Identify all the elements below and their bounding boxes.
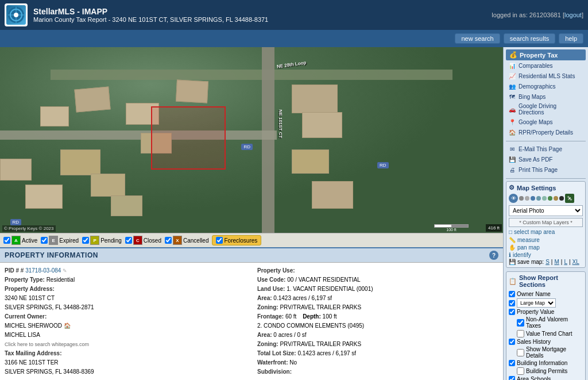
- identify-link[interactable]: ℹ identify: [509, 251, 583, 259]
- rpr-property-icon: 🏠: [508, 128, 516, 136]
- waterfront-label: Waterfront:: [257, 359, 288, 366]
- scale-marker-3: RD: [377, 162, 389, 168]
- new-search-button[interactable]: new search: [455, 33, 500, 44]
- land-use-row: Land Use: 1. VACANT RESIDENTIAL (0001): [257, 285, 498, 294]
- non-ad-valorem-checkbox[interactable]: [517, 319, 524, 327]
- sidebar-item-residential-mls[interactable]: 📈 Residential MLS Stats: [506, 71, 586, 81]
- building-7: [25, 185, 63, 209]
- map-dot-6[interactable]: [548, 196, 552, 201]
- sales-history-checkbox[interactable]: [509, 339, 515, 345]
- status-cancelled[interactable]: X Cancelled: [165, 236, 208, 245]
- active-checkbox[interactable]: [3, 237, 10, 244]
- map-type-eye-icon[interactable]: 👁: [509, 194, 518, 203]
- sidebar-item-google-driving[interactable]: 🚗 Google Driving Directions: [506, 102, 586, 117]
- area-schools-report-label: Area Schools: [517, 376, 551, 380]
- road-horizontal-1: [51, 70, 453, 80]
- map-dot-4[interactable]: [536, 196, 541, 201]
- map-dot-8[interactable]: [559, 196, 564, 201]
- waterfront-row: Waterfront: No: [257, 358, 498, 367]
- area-schools-checkbox[interactable]: [509, 376, 515, 380]
- sidebar-item-email-page[interactable]: ✉ E-Mail This Page: [506, 144, 586, 154]
- measure-link[interactable]: 📏 measure: [509, 236, 583, 244]
- map-toolbar: A Active E Expired P Pending C Closed X: [0, 233, 503, 247]
- property-info-header: PROPERTY INFORMATION ?: [0, 248, 503, 263]
- foreclosures-checkbox[interactable]: [216, 237, 223, 244]
- select-map-area-icon: □: [509, 229, 512, 235]
- large-map-select[interactable]: Large Map: [517, 298, 556, 308]
- pid-value[interactable]: 31718-03-084: [25, 267, 61, 274]
- status-foreclosures[interactable]: Foreclosures: [212, 235, 261, 245]
- pending-checkbox[interactable]: [82, 237, 89, 244]
- report-subitem-building-permits: Building Permits: [509, 367, 583, 375]
- map-container[interactable]: NE 28th Loop NE 101ST CT: [0, 47, 503, 233]
- building-info-checkbox[interactable]: [509, 360, 515, 366]
- save-map-m[interactable]: M: [554, 259, 559, 265]
- sidebar-item-save-pdf[interactable]: 💾 Save As PDF: [506, 154, 586, 164]
- status-pending[interactable]: P Pending: [82, 236, 122, 245]
- select-map-area-row[interactable]: □ select map area: [509, 229, 583, 235]
- sidebar-actions-section: ✉ E-Mail This Page 💾 Save As PDF 🖨 Print…: [506, 144, 586, 175]
- map-settings-icon: ⚙: [509, 184, 514, 191]
- status-expired[interactable]: E Expired: [41, 236, 79, 245]
- use-code-row: Use Code: 00 / VACANT RESIDENTIAL: [257, 275, 498, 285]
- save-map-s[interactable]: S: [546, 259, 550, 265]
- report-sections-section: 📋 Show Report Sections Owner Name Large …: [506, 271, 586, 380]
- app-logo: [5, 3, 28, 26]
- map-dot-5[interactable]: [542, 196, 547, 201]
- area-row: Area: 0.1423 acres / 6,197 sf: [257, 294, 498, 303]
- pending-icon: P: [90, 236, 99, 245]
- sidebar-item-demographics[interactable]: 👥 Demographics: [506, 81, 586, 91]
- sidebar-item-print-page[interactable]: 🖨 Print This Page: [506, 164, 586, 175]
- save-map-l[interactable]: L: [564, 259, 567, 265]
- large-map-checkbox[interactable]: [509, 300, 515, 306]
- sidebar-item-rpr-property[interactable]: 🏠 RPR/Property Details: [506, 127, 586, 137]
- cancelled-checkbox[interactable]: [165, 237, 172, 244]
- zoning2-row: Zoning: PRV/TRAVEL TRAILER PARKS: [257, 340, 498, 349]
- area2-label: Area:: [257, 332, 272, 338]
- logout-link[interactable]: logout: [564, 11, 582, 18]
- map-satellite-icon[interactable]: 🛰: [565, 194, 574, 203]
- whitepages-link[interactable]: Click here to search whitepages.com: [5, 341, 89, 347]
- search-results-button[interactable]: search results: [504, 33, 555, 44]
- address-line1: 3240 NE 101ST CT: [5, 294, 246, 303]
- expired-label: Expired: [59, 237, 79, 244]
- expired-checkbox[interactable]: [41, 237, 48, 244]
- map-dot-3[interactable]: [531, 196, 535, 201]
- pid-edit-icon: ✎: [63, 268, 67, 274]
- expired-icon: E: [49, 236, 58, 245]
- active-label: Active: [22, 237, 37, 244]
- map-dot-2[interactable]: [525, 196, 529, 201]
- owner-whitepages-link[interactable]: Click here to search whitepages.com: [5, 340, 246, 349]
- status-active[interactable]: A Active: [3, 236, 37, 245]
- status-closed[interactable]: C Closed: [125, 236, 161, 245]
- sidebar-item-bing-maps[interactable]: 🗺 Bing Maps: [506, 91, 586, 102]
- property-value-checkbox[interactable]: [509, 309, 515, 315]
- building-permits-checkbox[interactable]: [517, 367, 524, 375]
- save-map-xl[interactable]: XL: [572, 259, 579, 265]
- demographics-label: Demographics: [519, 83, 555, 90]
- closed-checkbox[interactable]: [125, 237, 132, 244]
- pan-map-label: pan map: [517, 244, 540, 251]
- sidebar-item-comparables[interactable]: 📊 Comparables: [506, 60, 586, 71]
- map-distance-label: 416 ft: [486, 224, 502, 232]
- owner1-value: MICHEL SHERWOOD 🏠: [5, 321, 246, 331]
- bing-maps-label: Bing Maps: [519, 94, 546, 100]
- pan-map-link[interactable]: ✋ pan map: [509, 244, 583, 251]
- sidebar-item-google-maps[interactable]: 📍 Google Maps: [506, 117, 586, 127]
- measure-icon: 📏: [509, 237, 516, 243]
- area2-row: Area: 0 acres / 0 sf: [257, 331, 498, 340]
- map-dot-1[interactable]: [519, 196, 524, 201]
- help-button[interactable]: help: [559, 33, 583, 44]
- mortgage-checkbox[interactable]: [517, 349, 524, 356]
- value-trend-checkbox[interactable]: [517, 330, 524, 337]
- info-help-button[interactable]: ?: [489, 251, 498, 260]
- aerial-photo-select[interactable]: Aerial Photo: [509, 205, 583, 216]
- demographics-icon: 👥: [508, 82, 516, 90]
- auth-info: logged in as: 261203681 [logout]: [492, 11, 583, 18]
- frontage-depth-row: Frontage: 60 ft Depth: 100 ft: [257, 312, 498, 321]
- property-address-row: Property Address: 3240 NE 101ST CT SILVE…: [5, 285, 246, 312]
- map-dot-7[interactable]: [554, 196, 558, 201]
- cancelled-icon: X: [173, 236, 182, 245]
- pid-spacer: #: [21, 267, 25, 274]
- owner-name-checkbox[interactable]: [509, 291, 515, 297]
